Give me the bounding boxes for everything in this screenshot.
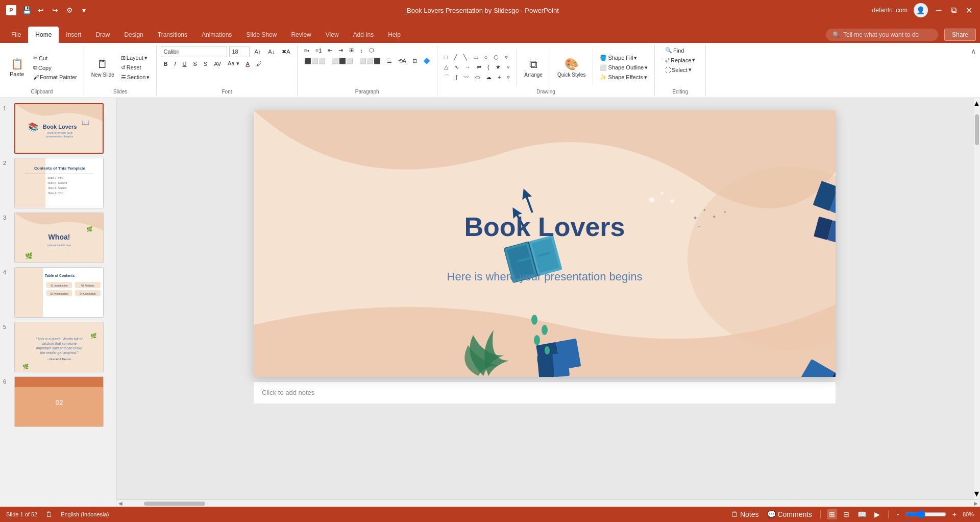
line-spacing-button[interactable]: ↕ (357, 46, 365, 55)
replace-button[interactable]: ⇄ Replace ▾ (663, 56, 698, 64)
paste-button[interactable]: 📋 Paste (4, 56, 30, 79)
font-name-input[interactable] (161, 46, 227, 57)
copy-button[interactable]: ⧉ Copy (31, 63, 80, 72)
tell-me-search[interactable]: 🔍 Tell me what you want to do (826, 29, 938, 41)
zoom-out-button[interactable]: - (895, 509, 901, 519)
font-size-down-button[interactable]: A↓ (265, 48, 277, 56)
customize-button[interactable]: ⚙ (63, 4, 76, 16)
font-size-input[interactable] (229, 46, 250, 57)
tab-draw[interactable]: Draw (88, 27, 117, 43)
shape-fill-button[interactable]: 🪣 Shape Fill ▾ (597, 54, 650, 62)
shape-effects-button[interactable]: ✨ Shape Effects ▾ (597, 73, 650, 82)
shape-more2-button[interactable]: ▿ (504, 63, 512, 72)
shadow-button[interactable]: S (201, 60, 210, 68)
tab-home[interactable]: Home (28, 27, 59, 43)
right-scrollbar[interactable]: ▲ ▼ (973, 98, 980, 500)
save-button[interactable]: 💾 (20, 4, 33, 16)
slide-thumbnail-6[interactable]: 6 02 (2, 375, 114, 428)
slide-thumbnail-1[interactable]: 1 Book Lovers Here is where your present… (2, 102, 114, 155)
tab-file[interactable]: File (4, 27, 28, 43)
cut-button[interactable]: ✂ Cut (31, 54, 80, 62)
notes-area[interactable]: Click to add notes (254, 381, 836, 404)
shape-arrow-button[interactable]: → (462, 63, 473, 72)
italic-button[interactable]: I (172, 60, 178, 68)
tab-review[interactable]: Review (284, 27, 318, 43)
tab-insert[interactable]: Insert (59, 27, 88, 43)
shape-star-button[interactable]: ★ (493, 63, 503, 72)
shape-circle-button[interactable]: ○ (482, 53, 491, 62)
slideshow-button[interactable]: ▶ (872, 509, 882, 519)
convert-to-smartart-button[interactable]: 🔷 (421, 57, 433, 65)
slide-thumbnail-5[interactable]: 5 "This is a quote. Words full of wisdom… (2, 321, 114, 373)
redo-button[interactable]: ↪ (49, 4, 61, 16)
shape-oval-button[interactable]: ⬭ (473, 73, 482, 82)
reading-view-button[interactable]: 📖 (855, 509, 868, 519)
slide-thumbnail-4[interactable]: 4 Table of Contents 01 Introduction 02 P… (2, 266, 114, 319)
section-button[interactable]: ☰ Section ▾ (118, 73, 153, 82)
font-size-up-button[interactable]: A↑ (252, 48, 263, 56)
align-right-button[interactable]: ⬜⬜⬛ (357, 57, 383, 65)
undo-button[interactable]: ↩ (35, 4, 47, 16)
clear-format-button[interactable]: ✖A (279, 48, 292, 56)
find-button[interactable]: 🔍 Find (663, 46, 687, 55)
char-spacing-button[interactable]: AV (211, 60, 224, 68)
columns-button[interactable]: ⊞ (347, 46, 356, 55)
tab-help[interactable]: Help (381, 27, 408, 43)
smart-art-button[interactable]: ⬡ (366, 46, 377, 55)
shape-curve2-button[interactable]: ∫ (453, 73, 460, 82)
tab-addins[interactable]: Add-ins (346, 27, 381, 43)
shape-freeform-button[interactable]: ⌒ (442, 73, 452, 82)
shape-wave-button[interactable]: 〰 (461, 73, 472, 82)
tab-transitions[interactable]: Transitions (151, 27, 194, 43)
slide-sorter-button[interactable]: ⊟ (841, 509, 851, 519)
text-direction-button[interactable]: ⟲A (396, 57, 409, 65)
shape-cloud-button[interactable]: ☁ (483, 73, 494, 82)
shape-rectangle-button[interactable]: □ (442, 53, 450, 62)
change-case-button[interactable]: Aa ▾ (225, 59, 242, 68)
text-align-vert-button[interactable]: ⊡ (410, 57, 420, 65)
format-painter-button[interactable]: 🖌 Format Painter (31, 73, 80, 81)
restore-button[interactable]: ⧉ (949, 6, 959, 15)
shape-line-button[interactable]: ╱ (451, 53, 460, 62)
shape-double-arrow-button[interactable]: ⇌ (474, 63, 484, 72)
highlight-button[interactable]: 🖊 (254, 60, 264, 68)
numbering-button[interactable]: ≡1 (313, 46, 325, 55)
arrange-button[interactable]: ⧉ Arrange (521, 56, 546, 80)
bullets-button[interactable]: ≡• (302, 46, 312, 55)
font-color-button[interactable]: A (243, 60, 252, 68)
reset-button[interactable]: ↺ Reset (118, 63, 153, 72)
layout-button[interactable]: ⊞ Layout ▾ (118, 54, 153, 62)
zoom-in-button[interactable]: + (950, 509, 959, 519)
slide-thumbnail-2[interactable]: 2 Contents of This Template Slide 1 - In… (2, 157, 114, 209)
tab-slideshow[interactable]: Slide Show (239, 27, 284, 43)
dropdown-arrow[interactable]: ▾ (78, 4, 90, 16)
new-slide-button[interactable]: 🗒 New Slide (88, 56, 117, 80)
shape-hexagon-button[interactable]: ⬡ (491, 53, 501, 62)
accessibility-button[interactable]: 🗒 (43, 509, 55, 519)
shape-plus-button[interactable]: + (495, 73, 503, 82)
decrease-indent-button[interactable]: ⇤ (325, 46, 335, 55)
comments-button[interactable]: 💬 Comments (765, 509, 815, 519)
bold-button[interactable]: B (161, 60, 170, 68)
close-button[interactable]: ✕ (965, 6, 974, 15)
shape-bracket-button[interactable]: { (485, 63, 492, 72)
tab-animations[interactable]: Animations (194, 27, 239, 43)
align-left-button[interactable]: ⬛⬜⬜ (302, 57, 328, 65)
bottom-scrollbar[interactable]: ◀ ▶ (116, 500, 980, 507)
select-button[interactable]: ⛶ Select ▾ (663, 65, 694, 74)
justify-button[interactable]: ☰ (384, 57, 395, 65)
shape-more-button[interactable]: ▿ (502, 53, 510, 62)
notes-button[interactable]: 🗒 Notes (729, 509, 761, 519)
tab-design[interactable]: Design (117, 27, 150, 43)
share-button[interactable]: Share (944, 29, 976, 41)
shape-tri-button[interactable]: △ (442, 63, 451, 72)
collapse-ribbon-button[interactable]: ∧ (967, 45, 980, 57)
shape-line2-button[interactable]: ╲ (461, 53, 470, 62)
tab-view[interactable]: View (318, 27, 346, 43)
normal-view-button[interactable]: ⊞ (827, 509, 837, 519)
increase-indent-button[interactable]: ⇥ (336, 46, 346, 55)
slide-thumbnail-3[interactable]: 3 Whoa! optional subtitle here 🌿 🌿 (2, 211, 114, 264)
quick-styles-button[interactable]: 🎨 Quick Styles (554, 56, 589, 80)
avatar[interactable]: 👤 (914, 3, 928, 17)
shape-rect2-button[interactable]: ▭ (471, 53, 481, 62)
